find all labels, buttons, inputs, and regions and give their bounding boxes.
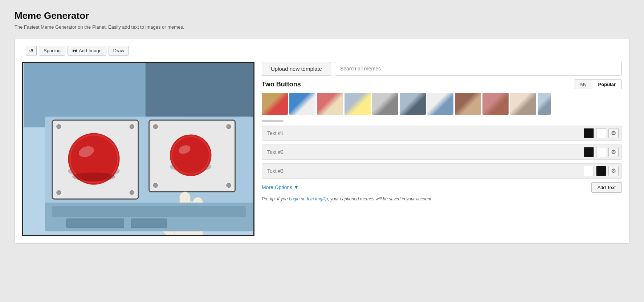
meme-thumb-2[interactable]	[289, 93, 315, 115]
meme-tab-group: My Popular	[574, 79, 622, 89]
top-actions: Upload new template	[262, 62, 622, 76]
tab-my[interactable]: My	[574, 80, 592, 89]
text-row-2: ⚙	[262, 144, 622, 160]
text-settings-1[interactable]: ⚙	[608, 128, 619, 138]
meme-canvas	[22, 62, 254, 236]
scroll-indicator	[262, 120, 284, 122]
more-options-row: More Options ▼ Add Text	[262, 182, 622, 193]
reset-button[interactable]: ↺	[26, 46, 37, 56]
text-color-black-3[interactable]	[596, 166, 606, 176]
more-options-arrow: ▼	[294, 184, 299, 190]
svg-point-8	[130, 190, 134, 195]
text-settings-2[interactable]: ⚙	[608, 147, 619, 157]
draw-button[interactable]: Draw	[109, 46, 129, 56]
text-color-white-2[interactable]	[596, 147, 606, 157]
more-options-label: More Options	[262, 184, 292, 190]
tab-popular[interactable]: Popular	[592, 80, 621, 89]
protip-after: , your captioned memes will be saved in …	[328, 196, 431, 201]
meme-thumb-5[interactable]	[372, 93, 398, 115]
page-subtitle: The Fastest Meme Generator on the Planet…	[15, 24, 629, 31]
svg-point-13	[227, 183, 231, 187]
text-color-white-3[interactable]	[584, 166, 594, 176]
meme-selector-header: Two Buttons My Popular	[262, 79, 622, 89]
text-row-1: ⚙	[262, 126, 622, 141]
protip: Pro-tip: If you Login or Join Imgflip, y…	[262, 196, 622, 201]
left-panel	[22, 62, 254, 236]
meme-thumb-8[interactable]	[455, 93, 481, 115]
text-input-1[interactable]	[265, 129, 582, 138]
page-title: Meme Generator	[15, 10, 629, 21]
add-image-button[interactable]: 🕶 Add Image	[68, 46, 106, 56]
meme-title: Two Buttons	[262, 81, 301, 88]
svg-point-7	[57, 190, 61, 195]
text-color-white-1[interactable]	[596, 128, 606, 138]
meme-thumb-partial[interactable]	[538, 93, 551, 115]
meme-thumb-4[interactable]	[345, 93, 371, 115]
svg-point-12	[153, 183, 158, 187]
sunglasses-icon: 🕶	[72, 48, 77, 53]
svg-rect-35	[131, 219, 167, 228]
svg-rect-33	[52, 206, 246, 217]
meme-thumb-7[interactable]	[427, 93, 453, 115]
text-row-3: ⚙	[262, 163, 622, 179]
meme-thumb-3[interactable]	[317, 93, 343, 115]
add-text-button[interactable]: Add Text	[591, 182, 622, 193]
svg-point-11	[227, 124, 231, 128]
meme-thumb-1[interactable]	[262, 93, 288, 115]
svg-point-6	[130, 124, 134, 128]
search-memes-input[interactable]	[335, 62, 622, 76]
meme-thumbnails	[262, 93, 622, 115]
upload-template-button[interactable]: Upload new template	[262, 62, 331, 76]
text-color-black-2[interactable]	[584, 147, 594, 157]
text-settings-3[interactable]: ⚙	[608, 166, 619, 176]
toolbar: ↺ Spacing 🕶 Add Image Draw	[22, 46, 622, 56]
svg-point-5	[57, 124, 61, 128]
more-options-link[interactable]: More Options ▼	[262, 184, 299, 190]
meme-thumb-9[interactable]	[482, 93, 509, 115]
meme-thumb-6[interactable]	[400, 93, 426, 115]
spacing-button[interactable]: Spacing	[39, 46, 65, 56]
protip-before: Pro-tip: If you	[262, 196, 289, 201]
text-input-3[interactable]	[265, 167, 582, 175]
svg-rect-34	[67, 219, 124, 228]
text-input-2[interactable]	[265, 148, 582, 156]
main-card: ↺ Spacing 🕶 Add Image Draw	[15, 38, 629, 244]
svg-point-19	[72, 172, 115, 181]
join-link[interactable]: Join Imgflip	[306, 196, 328, 201]
svg-point-10	[153, 124, 158, 128]
text-color-black-1[interactable]	[584, 128, 594, 138]
svg-point-23	[172, 137, 209, 174]
meme-thumb-10[interactable]	[510, 93, 536, 115]
login-link[interactable]: Login	[289, 196, 299, 201]
content-area: Upload new template Two Buttons My Popul…	[22, 62, 622, 236]
right-panel: Upload new template Two Buttons My Popul…	[262, 62, 622, 236]
